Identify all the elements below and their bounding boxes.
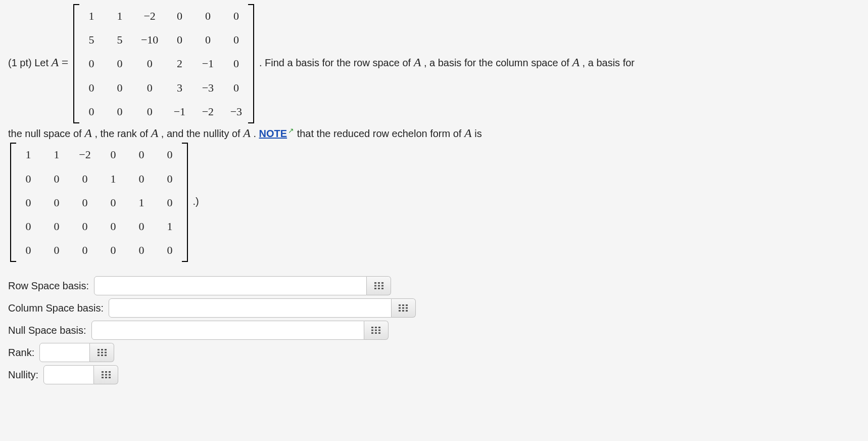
matrix-cell: 0	[71, 167, 99, 191]
svg-rect-14	[406, 307, 408, 309]
svg-rect-40	[105, 374, 107, 376]
svg-rect-0	[374, 282, 376, 284]
keypad-icon	[98, 349, 107, 356]
l2-is: is	[474, 128, 481, 139]
keypad-icon	[102, 371, 111, 378]
rank-input[interactable]	[39, 343, 90, 362]
l2period: .	[253, 128, 259, 139]
matrix-cell: 0	[127, 143, 156, 166]
rank-label: Rank:	[8, 344, 34, 361]
matrix-cell: 0	[14, 167, 42, 191]
svg-rect-44	[109, 377, 111, 378]
svg-rect-10	[402, 304, 404, 306]
svg-rect-31	[101, 352, 103, 354]
rank-keypad-button[interactable]	[90, 343, 114, 362]
paren-close: .)	[193, 196, 199, 207]
nullity-input[interactable]	[43, 365, 94, 384]
l2b: , the rank of	[94, 128, 151, 139]
var-A-2: A	[572, 56, 580, 69]
svg-rect-20	[378, 327, 380, 328]
matrix-cell: 0	[77, 52, 106, 75]
svg-rect-13	[402, 307, 404, 309]
nullity-keypad-button[interactable]	[94, 365, 118, 384]
matrix-cell: 0	[127, 167, 156, 191]
svg-rect-33	[98, 355, 100, 356]
matrix-cell: 1	[127, 191, 156, 214]
matrix-cell: 1	[14, 143, 42, 166]
row-space-keypad-button[interactable]	[367, 276, 391, 295]
matrix-cell: 0	[165, 4, 194, 28]
matrix-cell: 0	[42, 191, 71, 214]
col-space-row: Column Space basis:	[8, 298, 860, 318]
svg-rect-26	[378, 332, 380, 334]
svg-rect-3	[374, 285, 376, 287]
matrix-cell: −3	[194, 76, 222, 100]
svg-rect-27	[98, 349, 100, 350]
matrix-cell: 0	[99, 143, 127, 166]
svg-rect-11	[406, 304, 408, 306]
svg-rect-34	[101, 355, 103, 356]
matrix-cell: 5	[106, 28, 134, 52]
keypad-icon	[399, 304, 408, 312]
matrix-A: 11−200055−100000002−100003−30000−1−2−3	[73, 4, 254, 123]
svg-rect-18	[371, 327, 373, 328]
matrix-cell: 0	[42, 238, 71, 262]
matrix-cell: 1	[42, 143, 71, 166]
svg-rect-41	[109, 374, 111, 376]
null-space-input[interactable]	[91, 321, 364, 340]
points-prefix: (1 pt) Let	[8, 57, 52, 68]
matrix-cell: 0	[222, 4, 250, 28]
rank-row: Rank:	[8, 343, 860, 362]
null-space-label: Null Space basis:	[8, 322, 86, 338]
svg-rect-23	[378, 330, 380, 331]
matrix-cell: 0	[194, 4, 222, 28]
matrix-cell: 0	[99, 191, 127, 214]
svg-rect-4	[378, 285, 380, 287]
nullity-label: Nullity:	[8, 367, 38, 383]
svg-rect-36	[102, 371, 104, 373]
matrix-cell: −10	[134, 28, 165, 52]
matrix-cell: −2	[71, 143, 99, 166]
matrix-cell: 0	[194, 28, 222, 52]
problem-line-1: (1 pt) Let A = 11−200055−100000002−10000…	[8, 4, 860, 123]
svg-rect-8	[381, 288, 383, 289]
svg-rect-30	[98, 352, 100, 354]
svg-rect-32	[105, 352, 107, 354]
null-space-keypad-button[interactable]	[364, 321, 389, 340]
var-A-3: A	[84, 126, 92, 140]
matrix-cell: 0	[134, 100, 165, 123]
svg-rect-22	[375, 330, 377, 331]
svg-rect-37	[105, 371, 107, 373]
keypad-icon	[374, 282, 383, 289]
note-link-text: NOTE	[259, 128, 287, 139]
matrix-cell: 0	[127, 214, 156, 238]
matrix-cell: 5	[77, 28, 106, 52]
svg-rect-9	[399, 304, 401, 306]
matrix-cell: 0	[222, 76, 250, 100]
row-space-input[interactable]	[94, 276, 367, 295]
col-space-keypad-button[interactable]	[392, 298, 416, 318]
matrix-cell: 0	[42, 214, 71, 238]
col-space-label: Column Space basis:	[8, 300, 104, 316]
problem-line-3: 11−2000000100000010000001000000 .)	[8, 143, 860, 262]
svg-rect-7	[378, 288, 380, 289]
intro-end: , a basis for	[583, 57, 635, 68]
matrix-cell: 0	[14, 214, 42, 238]
matrix-cell: 0	[222, 52, 250, 75]
row-space-row: Row Space basis:	[8, 276, 860, 295]
problem-statement: (1 pt) Let A = 11−200055−100000002−10000…	[8, 4, 860, 384]
svg-rect-15	[399, 310, 401, 312]
matrix-cell: 0	[77, 100, 106, 123]
col-space-input[interactable]	[109, 298, 392, 318]
matrix-cell: 0	[71, 191, 99, 214]
matrix-cell: 0	[156, 191, 184, 214]
var-A-1: A	[414, 56, 421, 69]
svg-rect-12	[399, 307, 401, 309]
matrix-cell: 1	[99, 167, 127, 191]
matrix-cell: 1	[77, 4, 106, 28]
note-link[interactable]: NOTE	[259, 128, 287, 139]
keypad-icon	[371, 327, 380, 334]
nullity-row: Nullity:	[8, 365, 860, 384]
matrix-cell: 0	[71, 214, 99, 238]
matrix-cell: 0	[134, 76, 165, 100]
